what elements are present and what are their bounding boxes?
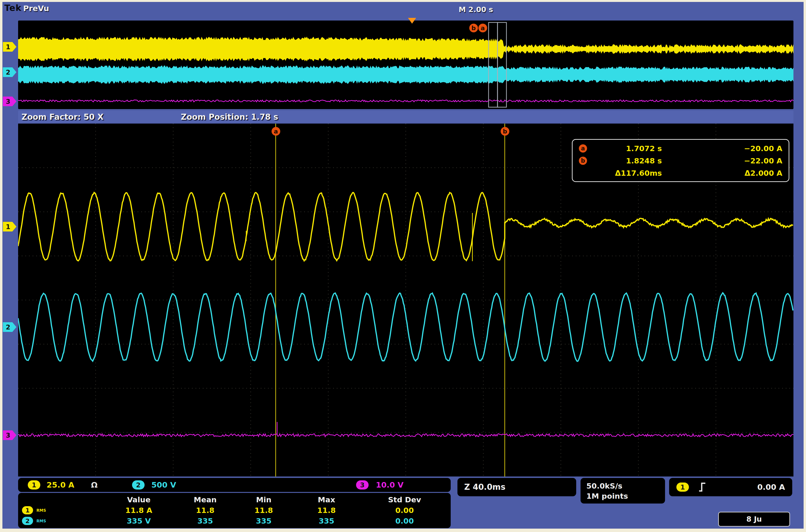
trigger-level: 0.00 A [757,478,785,496]
cursor-a-readout: a 1.7072 s −20.00 A [579,142,782,154]
cursor-a-time: 1.7072 s [590,144,662,153]
zoom-scale-readout: Z 40.0ms [464,478,505,496]
zoom-position-label: Zoom Position: 1.78 s [181,112,278,122]
meas-row1-mean: 11.8 [177,506,233,515]
meas-row2-type: RMS [36,519,46,523]
ch1-coupling: Ω [91,478,97,492]
cursor-a-top-marker: a [272,127,280,136]
cursor-b-icon: b [579,157,587,165]
trigger-position-icon [408,18,416,24]
acquisition-mode-label: PreVu [23,4,49,13]
overview-ch3-trace [18,100,793,102]
meas-row1-std: 0.00 [359,506,451,515]
cursor-b-time: 1.8248 s [590,156,662,165]
meas-header-stddev: Std Dev [359,495,451,504]
rising-edge-icon [698,482,706,492]
ch1-badge: 1 [28,480,40,490]
meas-header-value: Value [100,495,177,504]
measurement-table: Value Mean Min Max Std Dev 1 RMS 11.8 A … [18,493,451,528]
meas-row1-max: 11.8 [294,506,359,515]
zoom-scale-box: Z 40.0ms [457,478,576,496]
meas-row1-label: 1 RMS [18,506,100,514]
overview-cursor-a-marker: a [478,24,487,32]
sample-rate: 50.0kS/s [586,481,665,491]
date-box: 8 Ju [718,512,790,527]
zoom-window-bracket-a[interactable] [498,22,506,107]
trigger-source-badge: 1 [676,482,689,492]
meas-row2-std: 0.00 [359,516,451,525]
meas-row2-max: 335 [294,516,359,525]
overview-ch2-trace [18,65,793,84]
ch2-badge: 2 [132,480,145,490]
cursor-b-readout: b 1.8248 s −22.00 A [579,155,782,167]
ch1-trace [18,193,793,261]
cursor-a-value: −20.00 A [662,144,782,153]
meas-row2-ch-badge: 2 [22,517,33,525]
cursor-delta-value: Δ2.000 A [662,169,782,177]
cursor-delta-time: Δ117.60ms [590,169,662,177]
record-length: 1M points [586,491,665,501]
meas-row2-mean: 335 [177,516,233,525]
cursor-b-value: −22.00 A [662,156,782,165]
acquisition-info-box: 50.0kS/s 1M points [580,478,665,504]
meas-row1-ch-badge: 1 [22,506,33,514]
cursor-a-icon: a [579,144,587,153]
meas-row1-value: 11.8 A [100,506,177,515]
zoom-window-bracket-b[interactable] [488,22,498,107]
meas-header-mean: Mean [177,495,233,504]
date-label: 8 Ju [719,512,789,526]
overview-ch1-trace [18,37,793,61]
ch1-scale: 25.0 A [46,478,74,492]
meas-row1-type: RMS [36,508,46,513]
zoom-info-bar: Zoom Factor: 50 X Zoom Position: 1.78 s [18,111,793,123]
cursor-b-top-marker: b [501,127,509,136]
ch2-scale: 500 V [151,478,176,492]
oscilloscope-screen: Tek PreVu M 2.00 s b a 1 2 3 Zoom Factor… [0,0,806,532]
ch3-scale: 10.0 V [376,478,404,492]
cursor-readout-box: a 1.7072 s −20.00 A b 1.8248 s −22.00 A … [572,139,789,182]
ch3-badge: 3 [356,480,369,490]
overview-waveform-area [18,20,793,109]
zoom-factor-label: Zoom Factor: 50 X [21,112,103,122]
meas-header-min: Min [233,495,294,504]
overview-cursor-b-marker: b [469,24,478,32]
meas-row1-min: 11.8 [233,506,294,515]
timebase-readout: M 2.00 s [459,5,493,14]
cursor-delta-readout: Δ117.60ms Δ2.000 A [579,167,782,179]
tek-logo: Tek [4,3,21,13]
meas-row2-value: 335 V [100,516,177,525]
overview-svg [18,20,793,109]
channel-scale-bar: 1 25.0 A Ω 2 500 V 3 10.0 V [18,478,451,492]
meas-header-max: Max [294,495,359,504]
meas-row2-min: 335 [233,516,294,525]
trigger-readout-box: 1 0.00 A [669,478,792,496]
meas-row2-label: 2 RMS [18,517,100,525]
